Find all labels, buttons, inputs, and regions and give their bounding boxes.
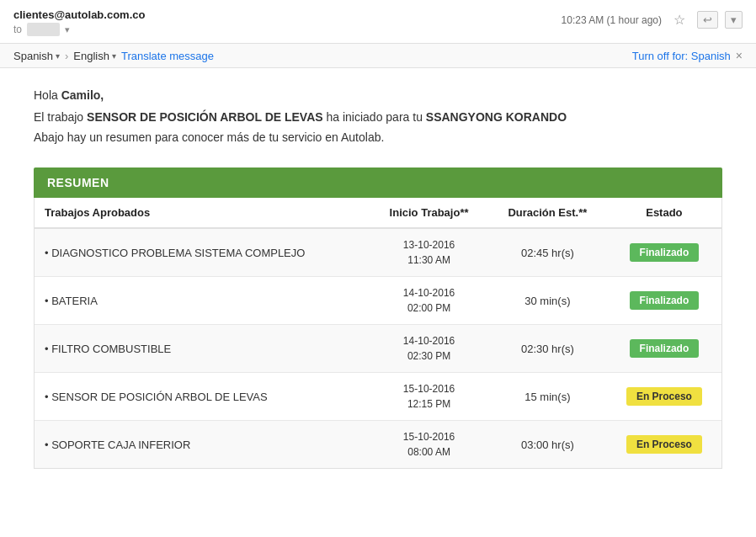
- email-from-section: clientes@autolab.com.co to ▾: [13, 8, 145, 36]
- table-row: • SENSOR DE POSICIÓN ARBOL DE LEVAS15-10…: [35, 373, 721, 421]
- target-lang-label: English: [73, 50, 109, 62]
- email-meta: 10:23 AM (1 hour ago) ☆ ↩ ▾: [562, 10, 743, 29]
- from-address: clientes@autolab.com.co: [13, 8, 145, 21]
- email-body: Hola Camilo, El trabajo SENSOR DE POSICI…: [0, 68, 756, 494]
- translate-right: Turn off for: Spanish ×: [632, 49, 743, 62]
- target-lang-caret-icon: ▾: [112, 51, 116, 61]
- email-header: clientes@autolab.com.co to ▾ 10:23 AM (1…: [0, 0, 756, 44]
- table-header-row: Trabajos Aprobados Inicio Trabajo** Dura…: [35, 198, 721, 228]
- date-cell: 14-10-201602:30 PM: [370, 325, 488, 373]
- to-line: to ▾: [13, 23, 145, 36]
- date-cell: 15-10-201612:15 PM: [370, 373, 488, 421]
- job-name-cell: • SOPORTE CAJA INFERIOR: [35, 421, 370, 469]
- translate-arrow-icon: ›: [65, 50, 68, 62]
- to-label: to: [13, 24, 22, 35]
- date-cell: 13-10-201611:30 AM: [370, 228, 488, 277]
- status-badge: En Proceso: [626, 435, 702, 454]
- intro-text-2: ha iniciado para tu: [323, 110, 426, 124]
- status-badge: En Proceso: [626, 387, 702, 406]
- duration-cell: 03:00 hr(s): [488, 421, 607, 469]
- status-badge: Finalizado: [630, 339, 700, 358]
- status-cell: Finalizado: [607, 325, 721, 373]
- job-name-cell: • FILTRO COMBUSTIBLE: [35, 325, 370, 373]
- date-cell: 15-10-201608:00 AM: [370, 421, 488, 469]
- resumen-section: RESUMEN Trabajos Aprobados Inicio Trabaj…: [34, 167, 722, 469]
- job-name-cell: • BATERIA: [35, 277, 370, 325]
- status-cell: En Proceso: [607, 373, 721, 421]
- close-translate-icon[interactable]: ×: [736, 49, 743, 62]
- star-icon[interactable]: ☆: [668, 10, 690, 29]
- source-lang-button[interactable]: Spanish ▾: [13, 50, 60, 62]
- greeting-name: Camilo,: [61, 88, 104, 102]
- source-lang-label: Spanish: [13, 50, 53, 62]
- col-duration: Duración Est.**: [488, 198, 607, 228]
- translate-bar: Spanish ▾ › English ▾ Translate message …: [0, 44, 756, 68]
- col-status: Estado: [607, 198, 721, 228]
- intro-line: El trabajo SENSOR DE POSICIÓN ARBOL DE L…: [34, 110, 722, 124]
- to-recipient: [27, 23, 60, 36]
- job-name-cell: • SENSOR DE POSICIÓN ARBOL DE LEVAS: [35, 373, 370, 421]
- status-cell: Finalizado: [607, 228, 721, 277]
- date-cell: 14-10-201602:00 PM: [370, 277, 488, 325]
- duration-cell: 30 min(s): [488, 277, 607, 325]
- col-start: Inicio Trabajo**: [370, 198, 488, 228]
- translate-message-link[interactable]: Translate message: [121, 50, 214, 62]
- status-badge: Finalizado: [630, 243, 700, 262]
- table-row: • SOPORTE CAJA INFERIOR15-10-201608:00 A…: [35, 421, 721, 469]
- job-name-cell: • DIAGNOSTICO PROBLEMA SISTEMA COMPLEJO: [35, 228, 370, 277]
- status-badge: Finalizado: [630, 291, 700, 310]
- table-body: • DIAGNOSTICO PROBLEMA SISTEMA COMPLEJO1…: [35, 228, 721, 468]
- resumen-table: Trabajos Aprobados Inicio Trabajo** Dura…: [35, 198, 721, 468]
- email-time: 10:23 AM (1 hour ago): [562, 14, 662, 26]
- duration-cell: 02:45 hr(s): [488, 228, 607, 277]
- greeting-text: Hola: [34, 88, 61, 102]
- sub-line: Abajo hay un resumen para conocer más de…: [34, 130, 722, 144]
- duration-cell: 15 min(s): [488, 373, 607, 421]
- source-lang-caret-icon: ▾: [56, 51, 60, 61]
- table-row: • FILTRO COMBUSTIBLE14-10-201602:30 PM02…: [35, 325, 721, 373]
- to-caret-icon[interactable]: ▾: [65, 24, 70, 35]
- translate-left: Spanish ▾ › English ▾ Translate message: [13, 50, 214, 62]
- more-button[interactable]: ▾: [725, 11, 743, 29]
- table-row: • DIAGNOSTICO PROBLEMA SISTEMA COMPLEJO1…: [35, 228, 721, 277]
- col-jobs: Trabajos Aprobados: [35, 198, 370, 228]
- table-row: • BATERIA14-10-201602:00 PM30 min(s)Fina…: [35, 277, 721, 325]
- intro-job-name: SENSOR DE POSICIÓN ARBOL DE LEVAS: [87, 110, 323, 124]
- duration-cell: 02:30 hr(s): [488, 325, 607, 373]
- greeting-line: Hola Camilo,: [34, 88, 722, 102]
- turn-off-link[interactable]: Turn off for: Spanish: [632, 50, 731, 62]
- resumen-header: RESUMEN: [34, 167, 722, 198]
- status-cell: En Proceso: [607, 421, 721, 469]
- reply-button[interactable]: ↩: [697, 11, 718, 29]
- target-lang-button[interactable]: English ▾: [73, 50, 116, 62]
- intro-car: SSANGYONG KORANDO: [426, 110, 567, 124]
- intro-text-1: El trabajo: [34, 110, 87, 124]
- resumen-table-wrapper: Trabajos Aprobados Inicio Trabajo** Dura…: [34, 198, 722, 469]
- table-head: Trabajos Aprobados Inicio Trabajo** Dura…: [35, 198, 721, 228]
- status-cell: Finalizado: [607, 277, 721, 325]
